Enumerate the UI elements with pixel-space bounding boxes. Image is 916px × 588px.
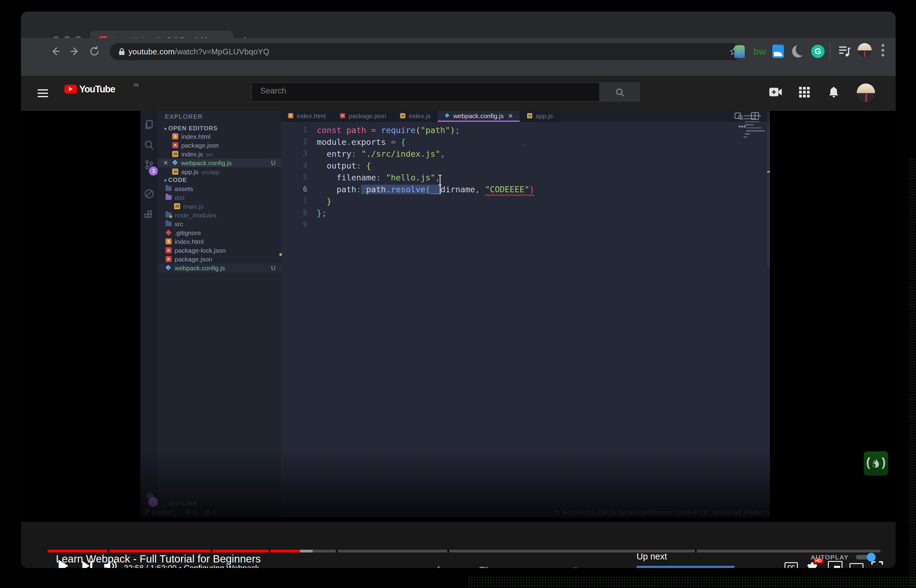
- notifications-bell-icon[interactable]: [828, 86, 839, 99]
- tab-label: package.json: [349, 112, 386, 120]
- extension-rocket-icon[interactable]: [734, 45, 745, 58]
- progress-bar[interactable]: [48, 550, 880, 552]
- code-text: }: [317, 195, 332, 207]
- settings-button[interactable]: HD: [805, 560, 823, 568]
- file-path-detail: src/app: [201, 169, 219, 175]
- url-query: /watch?v=MpGLUVbqoYQ: [174, 47, 270, 56]
- code-line: 7 }: [281, 195, 755, 207]
- extension-bw-icon[interactable]: bw: [753, 47, 766, 57]
- youtube-logo[interactable]: YouTube IN: [65, 85, 143, 97]
- code-folder-header: ▾ CODE: [164, 176, 187, 183]
- file-tree-item: npackage.json: [158, 255, 281, 263]
- minimap: [743, 113, 770, 283]
- line-number: 3: [281, 148, 317, 160]
- js-file-icon: JS: [400, 113, 405, 118]
- open-editors-list: 5index.htmlnpackage.jsonJSindex.jssrc✕we…: [158, 132, 281, 176]
- browser-profile-avatar[interactable]: [858, 43, 872, 57]
- extension-blue-icon[interactable]: [772, 45, 784, 58]
- youtube-profile-avatar[interactable]: [857, 84, 875, 102]
- toolbar-separator: [830, 44, 830, 59]
- up-next-video-info[interactable]: Webpack Crash Course Traversy Media✓ 155…: [744, 567, 890, 568]
- code-text: entry: "./src/index.js",: [317, 148, 445, 160]
- file-name: assets: [174, 185, 193, 192]
- file-name: .gitignore: [174, 229, 201, 236]
- search-input[interactable]: [260, 86, 565, 96]
- editor-tab-index.html: 5index.html: [281, 111, 333, 122]
- youtube-page: YouTube IN: [21, 76, 896, 568]
- code-text: };: [317, 207, 327, 219]
- open-preview-icon: [734, 111, 743, 121]
- file-name: index.html: [174, 238, 204, 245]
- chapter-gap: [211, 550, 213, 552]
- tab-label: index.js: [409, 112, 430, 120]
- thumbs-down-icon: [478, 565, 488, 568]
- code-text: module.exports = {: [317, 136, 406, 148]
- chapter-gap: [108, 550, 109, 552]
- js-file-icon: JS: [172, 168, 178, 174]
- share-label: SHARE: [528, 567, 555, 568]
- code-text: const path = require("path");: [317, 124, 460, 136]
- editor-tab-index.js: JSindex.js: [393, 111, 437, 122]
- code-line: 2module.exports = {: [281, 136, 755, 148]
- back-button[interactable]: [49, 45, 61, 57]
- like-button[interactable]: 2K: [433, 565, 443, 568]
- browser-menu-icon[interactable]: •••: [881, 43, 885, 57]
- reload-button[interactable]: [88, 45, 100, 57]
- forward-button[interactable]: [69, 45, 81, 57]
- miniplayer-button[interactable]: [828, 561, 843, 568]
- file-tree-item: assets: [158, 184, 281, 193]
- browser-toolbar: youtube.com/watch?v=MpGLUVbqoYQ bw G: [21, 38, 896, 76]
- hamburger-menu-icon[interactable]: [38, 89, 48, 98]
- video-player-surface[interactable]: 3 EXPLORER ▾ OPEN EDITORS 5index.htmlnpa…: [21, 111, 896, 522]
- git-file-icon: [166, 229, 171, 236]
- file-name: webpack.config.js: [181, 160, 232, 166]
- file-name: package.json: [181, 142, 219, 149]
- file-path-detail: src: [206, 152, 213, 158]
- file-tree-item: src: [158, 220, 281, 228]
- search-icon: [144, 140, 155, 151]
- code-line: 3 entry: "./src/index.js",: [281, 148, 755, 160]
- extensions-icon: [144, 210, 155, 221]
- url-bar[interactable]: youtube.com/watch?v=MpGLUVbqoYQ: [110, 43, 742, 60]
- html-file-icon: 5: [288, 113, 293, 118]
- code-text: filename: "hello.js",: [317, 171, 440, 183]
- file-name: package.json: [174, 256, 212, 263]
- more-actions-button[interactable]: •••: [625, 567, 634, 568]
- youtube-country-code: IN: [134, 82, 139, 87]
- youtube-apps-icon[interactable]: [799, 87, 810, 98]
- tab-label: app.js: [536, 112, 553, 120]
- share-button[interactable]: SHARE: [514, 565, 525, 568]
- code-line: 8};: [281, 207, 755, 219]
- npm-file-icon: n: [340, 113, 345, 118]
- up-next-thumbnail[interactable]: Webpack Crash Course webpack: [637, 566, 734, 568]
- wp-file-icon: [166, 265, 171, 271]
- autoplay-toggle[interactable]: [856, 555, 875, 559]
- editor-tab-package.json: npackage.json: [333, 111, 393, 122]
- desktop-wallpaper-edge-bottom: [468, 576, 916, 588]
- file-tree-item: .gitignore: [158, 228, 281, 237]
- share-icon: [514, 565, 525, 568]
- open-editors-header: ▾ OPEN EDITORS: [164, 125, 218, 132]
- minimap-modified-marker: [767, 171, 770, 173]
- file-name: package-lock.json: [174, 247, 226, 254]
- player-gradient: [21, 449, 896, 522]
- fullscreen-button[interactable]: [871, 561, 883, 568]
- code-line: 4 output: {: [281, 160, 755, 171]
- grammarly-icon[interactable]: G: [811, 45, 825, 58]
- url-host: youtube.com: [128, 47, 174, 56]
- desktop-wallpaper-edge-right: [910, 158, 916, 588]
- inlay-hint: ...: [519, 140, 526, 147]
- chapter-gap: [695, 550, 697, 552]
- dislike-button[interactable]: 26: [478, 565, 488, 568]
- media-queue-icon[interactable]: [838, 45, 853, 58]
- dark-mode-moon-icon[interactable]: [792, 45, 804, 57]
- chapter-gap: [447, 550, 449, 552]
- chapter-gap: [268, 550, 270, 552]
- file-tree: assetsdistJSmain.jsnode_modulessrc.gitig…: [158, 184, 281, 273]
- search-button[interactable]: [600, 82, 640, 102]
- create-video-icon[interactable]: [769, 87, 782, 97]
- like-count: 2K: [447, 567, 457, 568]
- save-button[interactable]: SAVE: [572, 565, 582, 568]
- tab-close-icon: ✕: [508, 113, 513, 120]
- file-name: webpack.config.js: [174, 265, 225, 271]
